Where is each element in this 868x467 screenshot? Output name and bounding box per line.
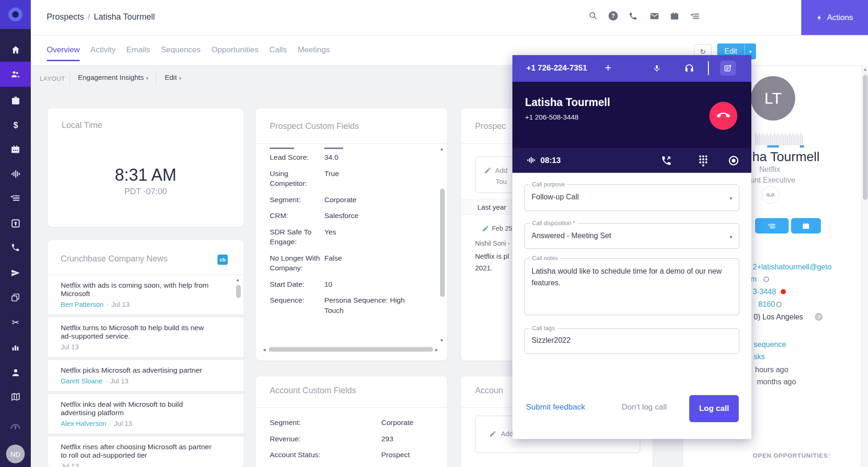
user-avatar[interactable]: ND xyxy=(6,445,25,463)
sidebar-item-map[interactable] xyxy=(0,384,31,409)
sidebar-item-snippets[interactable]: ✂ xyxy=(0,310,31,334)
news-scrollbar-thumb[interactable] xyxy=(236,285,241,298)
add-task-button[interactable] xyxy=(755,218,789,234)
search-icon[interactable] xyxy=(588,10,599,21)
news-headline[interactable]: Netflix turns to Microsoft to help build… xyxy=(61,324,215,340)
status-ring-icon[interactable] xyxy=(763,276,769,282)
call-timer: 08:13 xyxy=(540,156,560,165)
v-scrollbar-thumb[interactable] xyxy=(440,189,445,297)
news-item[interactable]: Netflix inks deal with Microsoft to buil… xyxy=(48,391,244,433)
add-call-icon[interactable]: + xyxy=(605,61,611,74)
divider xyxy=(708,61,709,75)
help-icon[interactable]: ? xyxy=(608,10,619,21)
sidebar-item-outbox[interactable] xyxy=(0,211,31,235)
view-selector[interactable]: Engagement Insights▾ xyxy=(78,73,148,81)
scroll-up-arrow[interactable]: ▲ xyxy=(440,147,444,151)
field-list: Lead Score: 34.0 Using Competitor: True … xyxy=(270,152,424,321)
submit-feedback-link[interactable]: Submit feedback xyxy=(526,403,585,412)
h-scrollbar-thumb[interactable] xyxy=(269,347,433,352)
tab-emails[interactable]: Emails xyxy=(126,36,150,64)
hangup-button[interactable] xyxy=(709,102,737,130)
call-notes-textarea[interactable]: Call notes Latisha would like to schedul… xyxy=(525,258,739,315)
tasks-link[interactable]: sks xyxy=(754,353,765,361)
phone-link[interactable]: 3-3448 xyxy=(753,288,776,296)
layout-edit-selector[interactable]: Edit▾ xyxy=(165,73,182,81)
email-link[interactable]: 2+latishatourmell@geto xyxy=(753,263,832,271)
copy-icon xyxy=(11,293,20,302)
sidebar-item-accounts[interactable] xyxy=(0,88,31,113)
call-purpose-select[interactable]: Call purpose Follow-up Call ▾ xyxy=(525,184,739,211)
record-icon[interactable] xyxy=(728,155,739,166)
sidebar-item-opportunities[interactable]: $ xyxy=(0,113,31,137)
breadcrumb-section[interactable]: Prospects xyxy=(47,12,84,21)
dialpad-icon[interactable] xyxy=(698,155,708,167)
prospect-company[interactable]: Netflix xyxy=(759,165,780,174)
outreach-logo[interactable] xyxy=(0,0,31,29)
headphones-icon[interactable] xyxy=(684,63,694,74)
call-tags-input[interactable]: Call tags Sizzler2022 xyxy=(525,328,739,354)
schedule-meeting-button[interactable] xyxy=(791,218,821,234)
news-headline[interactable]: Netflix picks Microsoft as advertising p… xyxy=(61,366,215,375)
tab-activity[interactable]: Activity xyxy=(91,36,116,64)
news-item[interactable]: Netflix with ads is coming soon, with he… xyxy=(48,275,244,314)
scroll-down-arrow[interactable]: ▼ xyxy=(440,338,444,343)
sidebar-item-prospects[interactable] xyxy=(0,62,31,87)
news-item[interactable]: Netflix picks Microsoft as advertising p… xyxy=(48,357,244,391)
sequence-link[interactable]: sequence xyxy=(754,340,786,349)
page-scrollbar[interactable]: ▲ xyxy=(861,65,868,467)
tab-opportunities[interactable]: Opportunities xyxy=(211,36,259,64)
mic-icon[interactable] xyxy=(653,63,661,74)
scroll-up-arrow[interactable]: ▲ xyxy=(863,67,867,71)
news-headline[interactable]: Netflix inks deal with Microsoft to buil… xyxy=(61,400,215,417)
dont-log-call-button[interactable]: Don't log call xyxy=(622,403,667,412)
phone-transfer-icon[interactable] xyxy=(661,155,672,166)
sidebar-item-calendar[interactable] xyxy=(0,137,31,162)
sidebar-item-profile[interactable] xyxy=(0,360,31,384)
calendar-icon[interactable] xyxy=(669,10,680,21)
sidebar-item-calls[interactable] xyxy=(0,235,31,260)
news-author[interactable]: Ben Patterson xyxy=(61,301,104,308)
news-date: Jul 13 xyxy=(110,377,128,385)
news-author[interactable]: Garett Sloane xyxy=(61,377,102,385)
page-scrollbar-thumb[interactable] xyxy=(863,75,868,200)
voicemail-icon[interactable] xyxy=(762,186,779,204)
add-note-icon[interactable] xyxy=(720,61,736,76)
add-note-label: Add xyxy=(495,166,508,174)
news-headline[interactable]: Netflix with ads is coming soon, with he… xyxy=(61,281,215,298)
field-label: SDR Safe To Engage: xyxy=(270,227,324,253)
phone-icon[interactable] xyxy=(627,10,638,21)
scroll-right-arrow[interactable]: ► xyxy=(434,347,439,352)
sidebar-item-engagement[interactable] xyxy=(0,162,31,186)
sidebar-item-sequences[interactable] xyxy=(0,261,31,285)
crunchbase-icon[interactable]: cb xyxy=(217,255,228,265)
sidebar-item-home[interactable] xyxy=(0,37,31,62)
tasks-icon[interactable] xyxy=(689,10,700,21)
tab-meetings[interactable]: Meetings xyxy=(298,36,330,64)
actions-button[interactable]: Actions xyxy=(801,0,868,35)
avatar: LT xyxy=(751,76,795,120)
log-call-button[interactable]: Log call xyxy=(689,395,739,422)
scroll-up-arrow[interactable]: ▲ xyxy=(236,277,240,282)
news-author[interactable]: Alex Halverson xyxy=(61,420,106,427)
sidebar-item-upload[interactable] xyxy=(0,415,31,439)
status-ring-icon[interactable] xyxy=(776,302,782,307)
sidebar-item-tasks[interactable] xyxy=(0,186,31,210)
scroll-left-arrow[interactable]: ◄ xyxy=(262,347,266,352)
tab-sequences[interactable]: Sequences xyxy=(161,36,201,64)
news-headline[interactable]: Netflix rises after choosing Microsoft a… xyxy=(61,443,215,460)
tab-overview[interactable]: Overview xyxy=(47,36,80,64)
news-item[interactable]: Netflix turns to Microsoft to help build… xyxy=(48,314,244,357)
mail-icon[interactable] xyxy=(649,10,660,21)
phone-link-2[interactable]: 8160 xyxy=(758,300,775,309)
field-value: False xyxy=(324,253,424,279)
call-disposition-select[interactable]: Call disposition * Answered - Meeting Se… xyxy=(525,223,739,249)
field-value: True xyxy=(324,169,424,195)
sidebar-item-templates[interactable] xyxy=(0,285,31,310)
tab-calls[interactable]: Calls xyxy=(269,36,287,64)
chevron-down-icon: ▾ xyxy=(179,76,182,81)
user-initials: ND xyxy=(10,450,21,458)
news-item[interactable]: Netflix rises after choosing Microsoft a… xyxy=(48,433,244,467)
sidebar-item-reports[interactable] xyxy=(0,335,31,359)
help-badge-icon[interactable]: ? xyxy=(815,313,823,321)
field-label: Start Date: xyxy=(270,279,324,296)
